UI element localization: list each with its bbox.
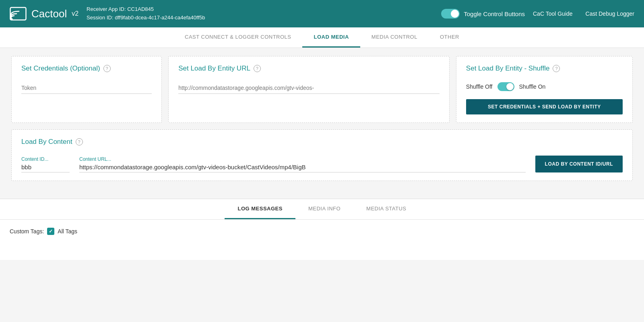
credentials-help-icon[interactable]: ? [103, 65, 111, 72]
content-url-group: Content URL... https://commondatastorage… [79, 156, 526, 172]
log-messages-area: Custom Tags: All Tags [0, 220, 644, 260]
cast-logo-icon [10, 7, 27, 21]
tab-media-status[interactable]: MEDIA STATUS [353, 199, 419, 219]
content-id-label: Content ID... [21, 156, 70, 162]
content-id-value[interactable]: bbb [21, 164, 70, 172]
header: Cactool v2 Receiver App ID: CC1AD845 Ses… [0, 0, 644, 27]
cac-tool-guide-link[interactable]: CaC Tool Guide [533, 10, 573, 17]
svg-rect-0 [10, 8, 26, 20]
entity-url-input[interactable] [178, 82, 440, 94]
shuffle-off-label: Shuffle Off [466, 83, 493, 90]
shuffle-toggle-switch[interactable] [497, 82, 514, 91]
svg-point-1 [11, 18, 13, 20]
receiver-app-id-label: Receiver App ID: [87, 6, 126, 12]
top-cards-row: Set Credentials (Optional) ? Set Load By… [11, 56, 633, 123]
toggle-control-group: Toggle Control Buttons [441, 9, 525, 19]
session-id-label: Session ID: [87, 15, 113, 21]
tab-other[interactable]: OTHER [429, 27, 471, 48]
bottom-tabs: LOG MESSAGES MEDIA INFO MEDIA STATUS [0, 199, 644, 220]
receiver-app-id: CC1AD845 [127, 6, 154, 12]
header-nav: CaC Tool Guide Cast Debug Logger [533, 10, 634, 17]
all-tags-label: All Tags [58, 228, 77, 235]
entity-url-card-title: Set Load By Entity URL ? [178, 64, 440, 73]
custom-tags-label: Custom Tags: [10, 228, 44, 235]
tab-log-messages[interactable]: LOG MESSAGES [225, 199, 295, 219]
tab-media-control[interactable]: MEDIA CONTROL [360, 27, 429, 48]
entity-url-card: Set Load By Entity URL ? [168, 56, 450, 123]
tab-cast-connect[interactable]: CAST CONNECT & LOGGER CONTROLS [173, 27, 302, 48]
shuffle-help-icon[interactable]: ? [553, 65, 560, 72]
load-by-content-id-url-button[interactable]: LOAD BY CONTENT ID/URL [535, 156, 623, 172]
brand: Cactool v2 [10, 7, 78, 21]
content-url-label: Content URL... [79, 156, 526, 162]
content-inputs-row: Content ID... bbb Content URL... https:/… [21, 156, 623, 172]
load-by-content-help-icon[interactable]: ? [76, 138, 83, 145]
credentials-card-title: Set Credentials (Optional) ? [21, 64, 152, 73]
shuffle-toggle-row: Shuffle Off Shuffle On [466, 82, 623, 91]
content-id-group: Content ID... bbb [21, 156, 70, 172]
shuffle-card-title: Set Load By Entity - Shuffle ? [466, 64, 623, 73]
tab-media-info[interactable]: MEDIA INFO [295, 199, 353, 219]
toggle-control-buttons-switch[interactable] [441, 9, 460, 19]
brand-version: v2 [72, 10, 78, 17]
cast-debug-logger-link[interactable]: Cast Debug Logger [586, 10, 634, 17]
toggle-control-label: Toggle Control Buttons [464, 10, 525, 17]
main-tabs: CAST CONNECT & LOGGER CONTROLS LOAD MEDI… [0, 27, 644, 48]
all-tags-checkbox[interactable] [47, 228, 54, 235]
set-credentials-send-load-by-entity-button[interactable]: SET CREDENTIALS + SEND LOAD BY ENTITY [466, 99, 623, 114]
shuffle-card: Set Load By Entity - Shuffle ? Shuffle O… [456, 56, 633, 123]
content-url-value[interactable]: https://commondatastorage.googleapis.com… [79, 164, 526, 172]
tab-load-media[interactable]: LOAD MEDIA [302, 27, 360, 48]
load-by-content-card: Load By Content ? Content ID... bbb Cont… [11, 129, 633, 181]
shuffle-on-label: Shuffle On [519, 83, 546, 90]
custom-tags-row: Custom Tags: All Tags [10, 228, 634, 235]
token-input[interactable] [21, 82, 152, 94]
session-id: dff9fab0-dcea-4c17-a244-ca4efa40ff5b [115, 15, 205, 21]
brand-name: Cactool [31, 8, 67, 20]
entity-url-help-icon[interactable]: ? [254, 65, 261, 72]
credentials-card: Set Credentials (Optional) ? [11, 56, 162, 123]
main-content: Set Credentials (Optional) ? Set Load By… [0, 48, 644, 195]
load-by-content-title: Load By Content ? [21, 138, 623, 146]
session-info: Receiver App ID: CC1AD845 Session ID: df… [87, 5, 433, 22]
